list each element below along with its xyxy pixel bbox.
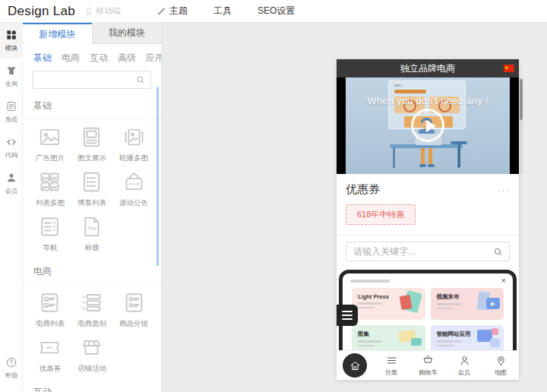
section-divider [23,283,161,284]
modal-card-art [468,327,501,350]
category-tab-advanced[interactable]: 高级 [118,52,136,65]
app-logo: Design Lab [8,4,75,19]
category-tab-apps[interactable]: 应用 [146,52,162,65]
module-item-ad-image[interactable]: 广告图片 [29,125,71,163]
ticket-icon [37,335,62,360]
image-grid-icon [37,169,62,194]
modal-card-art [390,327,423,350]
topbar-menu-theme[interactable]: 主题 [144,5,201,17]
sidebar-item-help[interactable]: 帮助 [0,350,23,386]
module-item-image-text[interactable]: 图文展示 [71,125,112,163]
modal-card-video-publish[interactable]: 视频发布▶ [431,288,504,320]
preview-search-input[interactable] [346,242,509,261]
image-module[interactable]: × Light Press视频发布▶图集智能网站应用 [337,268,519,350]
preview-scrollbar-thumb[interactable] [520,79,523,120]
module-item-coupon[interactable]: 优惠券 [29,335,71,374]
play-icon[interactable] [411,109,444,142]
module-search-input[interactable] [33,71,150,88]
modal-card-grid: Light Press视频发布▶图集智能网站应用 [352,288,504,350]
mobile-preview: 独立品牌电商 ★ When you don' [337,59,519,380]
panel-tabs: 新增模块我的模块 [23,23,161,44]
category-bars-icon [79,290,104,315]
site-title: 独立品牌电商 [400,62,455,75]
nav-lines-icon [37,214,62,239]
preview-nav-member[interactable]: 会员 [446,354,482,378]
module-item-shop-list[interactable]: 电商列表 [29,290,71,329]
module-item-notice[interactable]: 滚动公告 [113,169,155,208]
tab-add-module[interactable]: 新增模块 [23,23,92,44]
modal-card-smart-site[interactable]: 智能网站应用 [431,325,504,350]
topbar-menu-seo[interactable]: SEO设置 [245,5,308,17]
document-icon [5,100,17,112]
sidebar-item-global[interactable]: 全局 [0,58,23,94]
module-item-shop-category[interactable]: 电商类别 [71,290,112,329]
category-tabs: 基础电商互动高级应用 [23,44,161,65]
module-item-shop-activity[interactable]: 店铺活动 [71,335,112,374]
modal-caption-text [350,280,390,283]
category-tab-basic[interactable]: 基础 [33,52,52,65]
tshirt-icon [5,65,17,77]
preview-nav-cart[interactable]: 购物车 [409,354,446,378]
video-module[interactable]: When you don't need any ! [337,77,519,174]
picture-icon [37,125,62,150]
category-tab-interactive[interactable]: 互动 [90,52,108,65]
search-module [337,236,519,268]
coupon-module[interactable]: 优惠券 ··· 618年中特惠 [337,174,519,236]
module-item-navigation[interactable]: 导航 [29,214,71,253]
list-icon [79,169,104,194]
coupon-chip[interactable]: 618年中特惠 [346,204,416,225]
topbar-menu-tools-label: 工具 [213,5,232,17]
home-button [343,353,367,378]
phone-icon [84,6,93,17]
china-flag-icon[interactable]: ★ [504,65,514,72]
hamburger-menu-icon [337,305,358,326]
search-icon[interactable] [135,74,146,85]
topbar-menu-tools[interactable]: 工具 [201,5,245,17]
module-search [33,71,151,89]
sidebar-item-code[interactable]: 代码 [0,130,23,166]
sidebar-item-system[interactable]: 系统 [0,94,23,130]
more-options-icon[interactable]: ··· [498,184,510,195]
group-list-icon [122,290,147,315]
device-toggle-mobile[interactable]: 移动端 [84,5,121,17]
module-item-title[interactable]: Title标题 [71,214,112,253]
module-item-carousel[interactable]: 轮播多图 [113,125,155,163]
preview-site-header[interactable]: 独立品牌电商 ★ [337,59,519,77]
tab-my-modules[interactable]: 我的模块 [92,23,162,44]
sidebar-item-member[interactable]: 会员 [0,166,23,201]
preview-nav-home[interactable] [337,353,373,378]
module-section: 互动在线表单会员登录 [23,378,161,392]
theme-icon [157,6,166,16]
module-item-image-list[interactable]: 列表多图 [29,169,71,208]
sidebar-rail: 模块全局系统代码会员帮助 [0,23,23,392]
sidebar-item-modules[interactable]: 模块 [0,23,23,58]
module-section: 基础广告图片图文展示轮播多图列表多图博客列表滚动公告导航Title标题 [23,92,161,258]
topbar-menu: 主题工具SEO设置 [144,5,308,17]
svg-text:Title: Title [87,226,97,231]
home-icon [349,359,362,372]
modal-card-light-press[interactable]: Light Press [352,288,425,320]
product-list-icon [37,290,62,315]
preview-nav-map[interactable]: 地图 [482,354,519,378]
video-thumbnail: When you don't need any ! [346,77,510,174]
help-icon [5,356,17,368]
pin-icon [495,354,507,367]
section-title: 电商 [23,258,161,283]
menu-icon [385,354,398,367]
section-title: 互动 [23,378,161,392]
section-divider [23,118,161,119]
module-item-blog-list[interactable]: 博客列表 [71,169,112,208]
topbar-menu-seo-label: SEO设置 [258,5,295,17]
preview-nav-category[interactable]: 分类 [373,354,409,378]
panel-scrollbar[interactable] [157,87,159,266]
close-icon: × [501,276,506,285]
modal-card-gallery[interactable]: 图集 [352,325,425,350]
module-item-product-group[interactable]: 商品分组 [113,290,155,329]
code-icon [5,136,17,148]
awning-icon [79,335,104,360]
module-section: 电商电商列表电商类别商品分组优惠券店铺活动 [23,258,161,378]
preview-bottom-nav: 分类购物车会员地图 [337,350,519,380]
category-tab-ecommerce[interactable]: 电商 [62,52,80,65]
search-icon[interactable] [492,246,504,258]
image-text-icon [79,125,104,150]
